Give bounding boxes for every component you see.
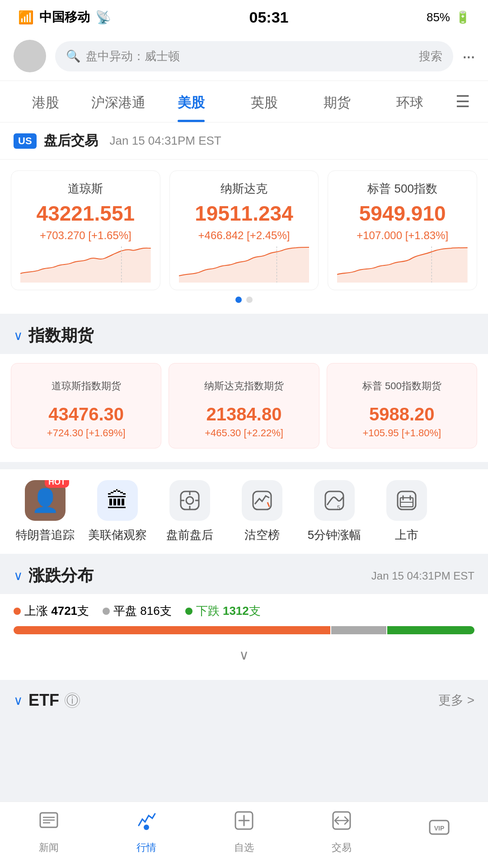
index-card-sp500[interactable]: 标普 500指数 5949.910 +107.000 [+1.83%] — [328, 170, 477, 290]
tab-futures[interactable]: 期货 — [300, 81, 373, 122]
trade-icon — [330, 809, 353, 837]
index-name-dji: 道琼斯 — [20, 181, 151, 197]
tool-ipo[interactable]: 上市 — [371, 480, 443, 543]
nav-item-news[interactable]: 新闻 — [0, 809, 98, 854]
index-carousel: 道琼斯 43221.551 +703.270 [+1.65%] — [0, 160, 488, 314]
dist-fall-label: 下跌 1312支 — [185, 603, 261, 619]
status-time: 05:31 — [249, 9, 288, 26]
etf-collapse-icon[interactable]: ∨ — [14, 693, 23, 708]
index-value-dji: 43221.551 — [20, 201, 151, 226]
carousel-dots — [11, 290, 477, 307]
tool-label-fed: 美联储观察 — [88, 527, 147, 543]
watchlist-label: 自选 — [234, 841, 254, 854]
avatar[interactable] — [14, 40, 46, 72]
rise5-icon: 5 — [314, 480, 355, 521]
market-label: 行情 — [136, 841, 156, 854]
tool-icon-wrap-premarket — [169, 480, 210, 521]
trade-label: 交易 — [332, 841, 352, 854]
tool-label-rise5: 5分钟涨幅 — [308, 527, 361, 543]
tool-label-premarket: 盘前盘后 — [166, 527, 213, 543]
dist-fall-text: 下跌 1312支 — [196, 603, 261, 619]
etf-section-header: ∨ ETF ⓘ 更多 > — [0, 680, 488, 717]
status-left: 📶 中国移动 📡 — [18, 9, 111, 26]
wifi-icon: 📡 — [95, 10, 111, 25]
market-icon — [135, 809, 158, 837]
futures-card-dji[interactable]: 道琼斯指数期货 43476.30 +724.30 [+1.69%] — [11, 363, 161, 448]
futures-title: 指数期货 — [28, 325, 94, 347]
dist-dot-green — [185, 608, 192, 615]
dist-flat-label: 平盘 816支 — [103, 603, 172, 619]
search-bar[interactable]: 🔍 盘中异动：威士顿 搜索 — [55, 41, 453, 71]
futures-cards: 道琼斯指数期货 43476.30 +724.30 [+1.69%] 纳斯达克指数… — [11, 363, 477, 448]
etf-info-icon[interactable]: ⓘ — [65, 693, 80, 708]
futures-value-dji: 43476.30 — [18, 404, 155, 425]
dist-collapse-icon[interactable]: ∨ — [14, 568, 23, 583]
us-badge: US — [14, 133, 37, 149]
futures-card-nasdaq[interactable]: 纳斯达克指数期货 21384.80 +465.30 [+2.22%] — [169, 363, 319, 448]
more-button[interactable]: ··· — [462, 46, 474, 66]
tool-short[interactable]: 沽空榜 — [226, 480, 298, 543]
hot-badge: HOT — [45, 480, 69, 488]
futures-collapse-icon[interactable]: ∨ — [14, 328, 23, 343]
futures-section-header: ∨ 指数期货 — [0, 314, 488, 354]
index-change-dji: +703.270 [+1.65%] — [20, 229, 151, 242]
etf-more-button[interactable]: 更多 > — [438, 692, 474, 709]
status-bar: 📶 中国移动 📡 05:31 85% 🔋 — [0, 0, 488, 32]
dist-bar — [14, 626, 474, 634]
dot-1[interactable] — [235, 297, 242, 303]
index-name-sp500: 标普 500指数 — [337, 181, 468, 197]
index-card-dji[interactable]: 道琼斯 43221.551 +703.270 [+1.65%] — [11, 170, 160, 290]
header: 🔍 盘中异动：威士顿 搜索 ··· — [0, 32, 488, 81]
search-placeholder: 盘中异动：威士顿 — [86, 48, 180, 64]
distribution-section: 上涨 4721支 平盘 816支 下跌 1312支 ∨ — [0, 594, 488, 680]
futures-value-sp500: 5988.20 — [333, 404, 470, 425]
premarket-icon — [169, 480, 210, 521]
short-icon — [242, 480, 282, 521]
index-value-nasdaq: 19511.234 — [179, 201, 310, 226]
carrier-label: 中国移动 — [39, 9, 90, 26]
etf-left: ∨ ETF ⓘ — [14, 691, 80, 710]
tab-us[interactable]: 美股 — [155, 81, 228, 122]
futures-value-nasdaq: 21384.80 — [175, 404, 312, 425]
search-button[interactable]: 搜索 — [419, 48, 442, 64]
tool-trump[interactable]: 👤 HOT 特朗普追踪 — [9, 480, 81, 543]
dot-2[interactable] — [246, 297, 253, 303]
tab-shhk[interactable]: 沪深港通 — [82, 81, 155, 122]
bottom-nav: 新闻 行情 自选 交易 — [0, 802, 488, 868]
dist-labels: 上涨 4721支 平盘 816支 下跌 1312支 — [14, 603, 474, 619]
tool-label-short: 沽空榜 — [244, 527, 280, 543]
futures-change-sp500: +105.95 [+1.80%] — [333, 427, 470, 439]
watchlist-icon — [233, 809, 255, 837]
ipo-icon — [386, 480, 427, 521]
dist-dot-gray — [103, 608, 110, 615]
tool-rise5[interactable]: 5 5分钟涨幅 — [298, 480, 371, 543]
tab-uk[interactable]: 英股 — [228, 81, 300, 122]
etf-title: ETF — [28, 691, 59, 710]
index-card-nasdaq[interactable]: 纳斯达克 19511.234 +466.842 [+2.45%] — [169, 170, 319, 290]
tool-premarket[interactable]: 盘前盘后 — [154, 480, 226, 543]
dist-dot-red — [14, 608, 21, 615]
nav-item-vip[interactable]: VIP — [390, 816, 488, 848]
nav-menu-button[interactable]: ☰ — [446, 83, 479, 120]
futures-card-sp500[interactable]: 标普 500指数期货 5988.20 +105.95 [+1.80%] — [327, 363, 477, 448]
nav-item-trade[interactable]: 交易 — [293, 809, 390, 854]
tab-hk[interactable]: 港股 — [9, 81, 82, 122]
signal-icon: 📶 — [18, 10, 34, 25]
dist-expand-chevron[interactable]: ∨ — [14, 643, 474, 666]
after-hours-label: 盘后交易 — [44, 132, 98, 150]
nav-item-watchlist[interactable]: 自选 — [195, 809, 293, 854]
dist-flat-text: 平盘 816支 — [113, 603, 172, 619]
tool-fed[interactable]: 🏛 美联储观察 — [81, 480, 154, 543]
status-right: 85% 🔋 — [427, 10, 470, 24]
dist-rise-text: 上涨 4721支 — [24, 603, 89, 619]
tools-scroll: 👤 HOT 特朗普追踪 🏛 美联储观察 — [0, 480, 488, 543]
nav-item-market[interactable]: 行情 — [98, 809, 195, 854]
tool-label-trump: 特朗普追踪 — [16, 527, 75, 543]
tab-global[interactable]: 环球 — [374, 81, 446, 122]
index-value-sp500: 5949.910 — [337, 201, 468, 226]
mini-chart-sp500 — [337, 246, 468, 283]
news-label: 新闻 — [39, 841, 59, 854]
index-change-nasdaq: +466.842 [+2.45%] — [179, 229, 310, 242]
tool-icon-wrap-fed: 🏛 — [97, 480, 138, 521]
mini-chart-dji — [20, 246, 151, 283]
